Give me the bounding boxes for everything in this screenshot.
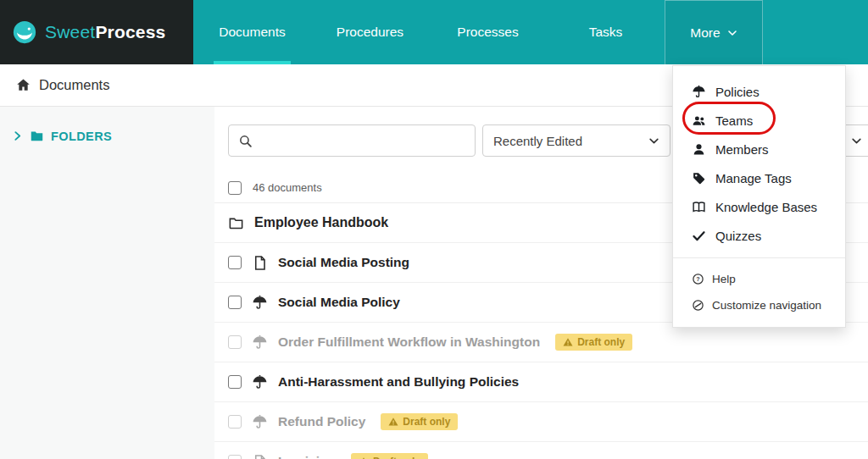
row-checkbox[interactable] <box>228 256 242 269</box>
document-icon <box>252 255 268 271</box>
app-screen: SweetProcess Documents Procedures Proces… <box>0 0 868 459</box>
policy-umbrella-icon <box>252 414 268 430</box>
draft-only-badge: Draft only <box>555 334 632 351</box>
document-title[interactable]: Order Fulfillment Workflow in Washington <box>278 335 540 350</box>
users-icon <box>692 113 706 128</box>
document-title[interactable]: Invoicing <box>278 454 336 459</box>
documents-count: 46 documents <box>253 181 322 194</box>
chevron-down-icon <box>851 135 862 147</box>
folder-outline-icon <box>228 215 244 231</box>
row-checkbox[interactable] <box>228 455 242 459</box>
list-item[interactable]: Anti-Harassment and Bullying Policies <box>214 362 868 402</box>
search-input[interactable] <box>259 125 475 156</box>
tab-more[interactable]: More <box>665 0 763 64</box>
sidebar-item-folders[interactable]: FOLDERS <box>12 129 214 143</box>
svg-text:?: ? <box>696 276 699 283</box>
user-icon <box>692 142 706 157</box>
tags-icon <box>692 171 706 185</box>
row-checkbox[interactable] <box>228 375 242 389</box>
row-checkbox[interactable] <box>228 296 242 309</box>
warning-icon <box>388 417 398 427</box>
chevron-down-icon <box>727 28 737 38</box>
row-checkbox[interactable] <box>228 335 242 349</box>
chevron-down-icon <box>648 135 659 147</box>
policy-umbrella-icon <box>252 335 268 351</box>
document-icon <box>252 454 268 459</box>
list-item[interactable]: Order Fulfillment Workflow in Washington… <box>214 323 868 362</box>
menu-item-policies[interactable]: Policies <box>673 77 845 106</box>
tab-documents[interactable]: Documents <box>193 0 311 64</box>
menu-divider <box>673 257 845 258</box>
tab-processes[interactable]: Processes <box>429 0 547 64</box>
policy-umbrella-icon <box>252 295 268 311</box>
folder-title[interactable]: Employee Handbook <box>254 215 388 230</box>
brand-name: SweetProcess <box>45 22 166 42</box>
tab-procedures[interactable]: Procedures <box>311 0 429 64</box>
book-open-icon <box>692 200 706 214</box>
umbrella-icon <box>692 85 706 99</box>
menu-item-teams[interactable]: Teams <box>673 106 845 135</box>
row-checkbox[interactable] <box>228 415 242 429</box>
menu-item-manage-tags[interactable]: Manage Tags <box>673 163 845 192</box>
document-title[interactable]: Refund Policy <box>278 414 365 429</box>
tab-tasks[interactable]: Tasks <box>547 0 665 64</box>
menu-item-customize-navigation[interactable]: Customize navigation <box>673 292 845 318</box>
folders-label: FOLDERS <box>51 130 112 143</box>
more-label: More <box>690 25 720 41</box>
more-dropdown-menu: Policies Teams Members Manage Tags Knowl… <box>672 65 846 328</box>
document-title[interactable]: Social Media Posting <box>278 255 409 270</box>
menu-item-help[interactable]: ? Help <box>673 266 845 292</box>
sort-selected-value: Recently Edited <box>493 134 582 148</box>
sidebar: FOLDERS <box>0 107 214 459</box>
list-item[interactable]: Refund Policy Draft only <box>214 402 868 442</box>
menu-item-knowledge-bases[interactable]: Knowledge Bases <box>673 192 845 221</box>
menu-item-members[interactable]: Members <box>673 135 845 163</box>
menu-item-quizzes[interactable]: Quizzes <box>673 221 845 250</box>
primary-nav: Documents Procedures Processes Tasks Mor… <box>193 0 763 64</box>
folder-icon <box>30 129 44 143</box>
top-navbar: SweetProcess Documents Procedures Proces… <box>0 0 868 64</box>
check-icon <box>692 229 706 243</box>
search-box <box>228 124 476 157</box>
draft-only-badge: Draft only <box>351 453 428 459</box>
chevron-right-icon <box>12 130 23 141</box>
document-title[interactable]: Social Media Policy <box>278 295 400 310</box>
list-item[interactable]: Invoicing Draft only <box>214 442 868 459</box>
page-title: Documents <box>39 77 109 93</box>
search-icon <box>238 134 253 148</box>
draft-only-badge: Draft only <box>381 413 458 430</box>
select-all-checkbox[interactable] <box>228 181 242 195</box>
sweetprocess-logo-icon <box>12 19 37 45</box>
policy-umbrella-icon <box>252 374 268 390</box>
warning-icon <box>563 337 573 347</box>
logo[interactable]: SweetProcess <box>0 0 193 64</box>
document-title[interactable]: Anti-Harassment and Bullying Policies <box>278 374 519 390</box>
sort-select[interactable]: Recently Edited <box>482 124 670 157</box>
home-icon[interactable] <box>15 77 31 93</box>
question-circle-icon: ? <box>692 273 704 285</box>
slash-circle-icon <box>692 299 704 312</box>
